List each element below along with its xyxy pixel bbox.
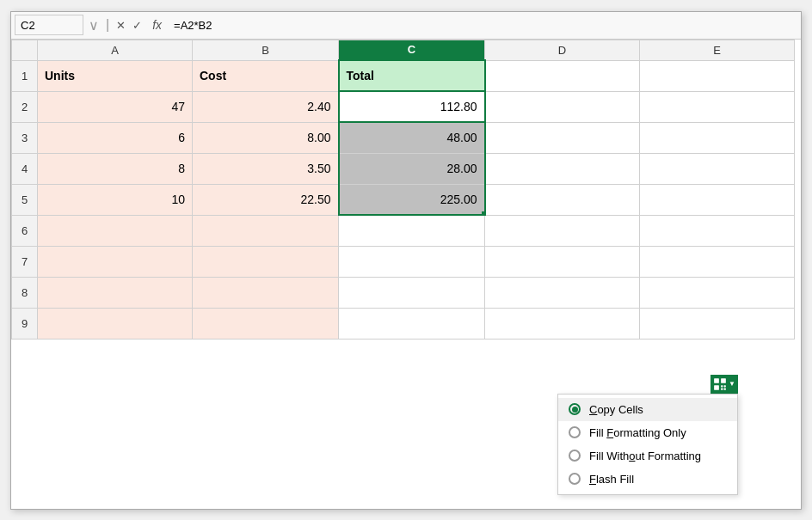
- cell-d4[interactable]: [485, 153, 640, 184]
- formula-bar: C2 ∨ | ✕ ✓ fx: [11, 12, 801, 40]
- radio-fill-formatting: [569, 426, 581, 438]
- table-row: 4 8 3.50 28.00: [12, 153, 795, 184]
- row-header-4: 4: [12, 153, 38, 184]
- cell-b3[interactable]: 8.00: [193, 122, 339, 153]
- table-row: 8: [12, 277, 795, 308]
- cell-c2[interactable]: 112.80: [339, 91, 485, 122]
- table-row: 2 47 2.40 112.80: [12, 91, 795, 122]
- cell-c8[interactable]: [339, 277, 485, 308]
- cell-a8[interactable]: [38, 277, 193, 308]
- cell-a5[interactable]: 10: [38, 184, 193, 215]
- grid-area: A B C D E 1 Units Cost Total: [11, 40, 801, 509]
- cell-ref-box[interactable]: C2: [15, 15, 83, 35]
- col-header-b[interactable]: B: [193, 40, 339, 60]
- context-menu-item-fill-formatting[interactable]: Fill Formatting Only: [558, 421, 737, 444]
- cell-e8[interactable]: [640, 277, 795, 308]
- row-header-9: 9: [12, 308, 38, 339]
- grid-wrapper: A B C D E 1 Units Cost Total: [11, 40, 795, 340]
- cell-b7[interactable]: [193, 246, 339, 277]
- context-menu-item-fill-without-formatting[interactable]: Fill Without Formatting: [558, 444, 737, 468]
- cell-b9[interactable]: [193, 308, 339, 339]
- autofill-handle-button[interactable]: ▼: [710, 375, 738, 394]
- chevron-icon: ∨: [87, 17, 101, 34]
- svg-rect-1: [721, 378, 726, 383]
- svg-rect-4: [724, 385, 726, 387]
- cell-c5[interactable]: 225.00: [339, 184, 485, 215]
- svg-rect-3: [721, 385, 723, 387]
- cell-a3[interactable]: 6: [38, 122, 193, 153]
- cell-a9[interactable]: [38, 308, 193, 339]
- spreadsheet-window: C2 ∨ | ✕ ✓ fx A: [10, 11, 802, 510]
- svg-rect-6: [724, 388, 726, 389]
- svg-rect-0: [714, 378, 719, 383]
- cell-b8[interactable]: [193, 277, 339, 308]
- row-header-5: 5: [12, 184, 38, 215]
- cell-d9[interactable]: [485, 308, 640, 339]
- cell-c4[interactable]: 28.00: [339, 153, 485, 184]
- confirm-icon[interactable]: ✓: [131, 19, 144, 32]
- cell-e3[interactable]: [640, 122, 795, 153]
- cell-e1[interactable]: [640, 60, 795, 91]
- cell-d5[interactable]: [485, 184, 640, 215]
- col-header-c[interactable]: C: [339, 40, 485, 60]
- cell-d1[interactable]: [485, 60, 640, 91]
- menu-label-copy-cells: Copy Cells: [589, 403, 727, 416]
- table-row: 9: [12, 308, 795, 339]
- row-header-7: 7: [12, 246, 38, 277]
- cell-e4[interactable]: [640, 153, 795, 184]
- cancel-icon[interactable]: ✕: [114, 19, 127, 32]
- radio-fill-without-formatting: [569, 450, 581, 462]
- menu-label-fill-formatting: Fill Formatting Only: [589, 426, 727, 439]
- cell-e7[interactable]: [640, 246, 795, 277]
- radio-copy-cells: [569, 403, 581, 415]
- cell-e9[interactable]: [640, 308, 795, 339]
- cell-a2[interactable]: 47: [38, 91, 193, 122]
- context-menu-item-flash-fill[interactable]: Flash Fill: [558, 468, 737, 491]
- cell-a4[interactable]: 8: [38, 153, 193, 184]
- cell-d3[interactable]: [485, 122, 640, 153]
- cell-d6[interactable]: [485, 215, 640, 246]
- col-header-d[interactable]: D: [485, 40, 640, 60]
- context-menu: Copy Cells Fill Formatting Only: [557, 394, 738, 495]
- menu-label-flash-fill: Flash Fill: [589, 473, 727, 486]
- table-row: 3 6 8.00 48.00: [12, 122, 795, 153]
- cell-a7[interactable]: [38, 246, 193, 277]
- cell-c6[interactable]: [339, 215, 485, 246]
- cell-c3[interactable]: 48.00: [339, 122, 485, 153]
- spreadsheet-table: A B C D E 1 Units Cost Total: [11, 40, 795, 340]
- cell-e6[interactable]: [640, 215, 795, 246]
- cell-c9[interactable]: [339, 308, 485, 339]
- cell-e5[interactable]: [640, 184, 795, 215]
- cell-e2[interactable]: [640, 91, 795, 122]
- dropdown-arrow-icon: ▼: [729, 381, 735, 388]
- row-header-3: 3: [12, 122, 38, 153]
- cell-a1[interactable]: Units: [38, 60, 193, 91]
- col-header-e[interactable]: E: [640, 40, 795, 60]
- cell-b4[interactable]: 3.50: [193, 153, 339, 184]
- cell-a6[interactable]: [38, 215, 193, 246]
- cell-b1[interactable]: Cost: [193, 60, 339, 91]
- svg-rect-5: [721, 388, 723, 389]
- fx-label: fx: [147, 18, 167, 32]
- corner-header: [12, 40, 38, 60]
- cell-b2[interactable]: 2.40: [193, 91, 339, 122]
- cell-d2[interactable]: [485, 91, 640, 122]
- row-header-2: 2: [12, 91, 38, 122]
- formula-input[interactable]: [170, 19, 797, 32]
- table-row: 7: [12, 246, 795, 277]
- autofill-grid-icon: [713, 377, 727, 391]
- cell-c1[interactable]: Total: [339, 60, 485, 91]
- cell-b6[interactable]: [193, 215, 339, 246]
- cell-b5[interactable]: 22.50: [193, 184, 339, 215]
- cell-ref-value: C2: [21, 19, 35, 32]
- row-header-1: 1: [12, 60, 38, 91]
- col-header-a[interactable]: A: [38, 40, 193, 60]
- cell-d8[interactable]: [485, 277, 640, 308]
- table-row: 6: [12, 215, 795, 246]
- context-menu-item-copy-cells[interactable]: Copy Cells: [558, 398, 737, 421]
- autofill-popup: ▼ Copy Cells F: [557, 375, 738, 495]
- cell-d7[interactable]: [485, 246, 640, 277]
- row-header-8: 8: [12, 277, 38, 308]
- svg-rect-2: [714, 385, 719, 390]
- cell-c7[interactable]: [339, 246, 485, 277]
